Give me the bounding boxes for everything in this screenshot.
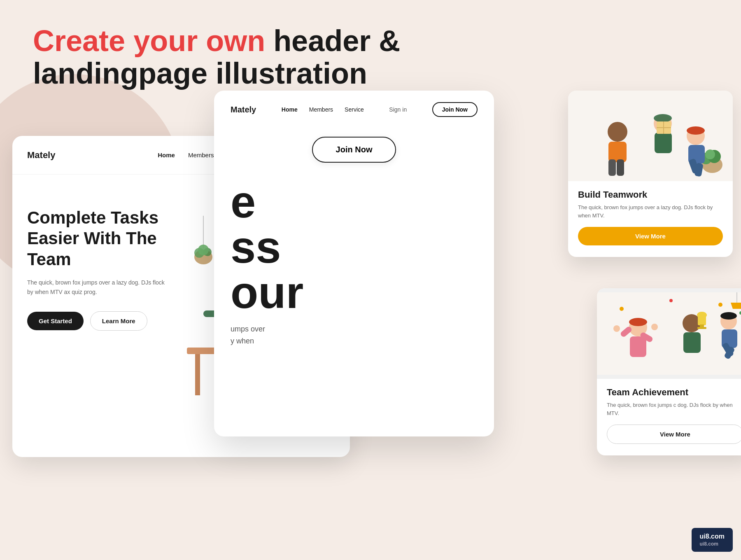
hero-text: Complete Tasks Easier With The Team The … — [27, 183, 167, 446]
get-started-button[interactable]: Get Started — [27, 312, 84, 330]
achievement-card-body: Team Achievement The quick, brown fox ju… — [597, 379, 741, 455]
achievement-desc: The quick, brown fox jumps c dog. DJs fl… — [607, 401, 741, 417]
svg-rect-90 — [697, 327, 706, 329]
achievement-view-more-button[interactable]: View More — [607, 425, 741, 444]
center-signin[interactable]: Sign in — [389, 106, 407, 113]
watermark: ui8.com ui8.com — [692, 528, 733, 552]
title-normal: header & — [273, 24, 400, 57]
svg-rect-10 — [195, 354, 200, 395]
center-nav-links: Home Members Service — [282, 106, 364, 113]
nav-link-members[interactable]: Members — [188, 152, 214, 159]
nav-link-home[interactable]: Home — [158, 152, 175, 159]
watermark-line1: ui8.com — [700, 533, 725, 540]
title-highlight: Create your own — [33, 24, 265, 57]
teamwork-desc: The quick, brown fox jumps over a lazy d… — [578, 203, 723, 219]
center-sub-text: umps overy when — [214, 315, 494, 347]
svg-point-61 — [705, 149, 715, 159]
svg-point-98 — [718, 303, 722, 307]
svg-rect-64 — [608, 159, 616, 176]
center-nav-service[interactable]: Service — [345, 106, 364, 113]
hero-subtitle: The quick, brown fox jumps over a lazy d… — [27, 278, 167, 296]
svg-point-62 — [608, 122, 627, 142]
title-line-1: Create your own header & — [33, 25, 400, 57]
feature-card-achievement: Team Achievement The quick, brown fox ju… — [597, 288, 741, 455]
center-nav-members[interactable]: Members — [309, 106, 333, 113]
center-logo: Mately — [231, 105, 256, 114]
title-line-2: landingpage illustration — [33, 57, 400, 90]
svg-point-79 — [629, 318, 647, 326]
join-now-button[interactable]: Join Now — [312, 137, 396, 163]
hero-title: Complete Tasks Easier With The Team — [27, 208, 167, 270]
learn-more-button[interactable]: Learn More — [90, 311, 147, 331]
teamwork-svg — [568, 91, 733, 181]
center-join-now-area: Join Now — [214, 137, 494, 163]
watermark-line2: ui8.com — [700, 541, 725, 547]
svg-point-92 — [720, 312, 737, 320]
teamwork-card-body: Build Teamwork The quick, brown fox jump… — [568, 181, 733, 257]
feature-card-teamwork: Build Teamwork The quick, brown fox jump… — [568, 91, 733, 257]
svg-point-88 — [697, 312, 707, 318]
teamwork-title: Build Teamwork — [578, 189, 723, 200]
hero-buttons: Get Started Learn More — [27, 311, 167, 331]
svg-point-97 — [669, 299, 673, 302]
svg-rect-63 — [608, 142, 627, 162]
main-logo: Mately — [27, 150, 55, 161]
center-nav: Mately Home Members Service Sign in Join… — [214, 91, 494, 128]
svg-rect-86 — [683, 332, 701, 353]
center-big-text: e ss our — [214, 163, 494, 315]
svg-point-8 — [198, 245, 209, 255]
svg-point-96 — [620, 307, 624, 311]
svg-point-82 — [613, 325, 620, 332]
svg-point-84 — [651, 324, 658, 330]
teamwork-illustration — [568, 91, 733, 181]
svg-point-73 — [687, 126, 705, 135]
center-nav-home[interactable]: Home — [282, 106, 298, 113]
center-popup-card: Mately Home Members Service Sign in Join… — [214, 91, 494, 436]
teamwork-view-more-button[interactable]: View More — [578, 227, 723, 245]
svg-point-67 — [654, 114, 672, 122]
svg-rect-65 — [617, 159, 624, 176]
page-title-area: Create your own header & landingpage ill… — [33, 25, 400, 90]
svg-rect-68 — [655, 133, 672, 153]
achievement-svg — [597, 292, 741, 375]
achievement-illustration — [597, 288, 741, 379]
achievement-title: Team Achievement — [607, 387, 741, 398]
svg-rect-80 — [630, 336, 646, 357]
center-join-button[interactable]: Join Now — [432, 102, 478, 117]
